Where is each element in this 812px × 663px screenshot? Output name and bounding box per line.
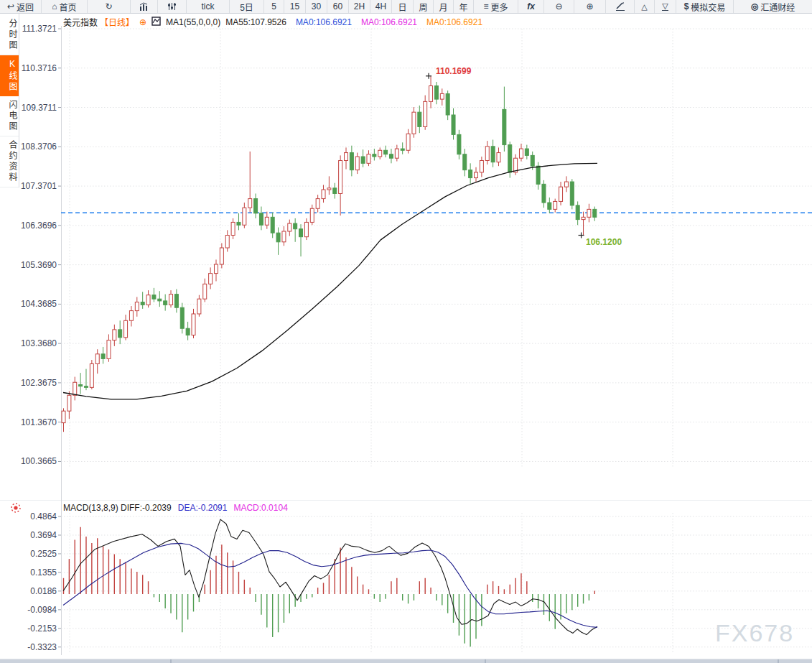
dollar-icon: $ — [684, 2, 689, 11]
macd-dea-value: DEA:-0.2091 — [178, 503, 228, 513]
menu-icon: ≡ — [483, 2, 488, 11]
scrollbar-divider — [170, 659, 172, 663]
trading-app: ↩返回 ⌂首页 ↻ tick 5日 5 15 30 60 2H 4H 日 周 月… — [0, 0, 812, 663]
sidebar-tab-lightning-chart[interactable]: 闪电图 — [0, 96, 19, 136]
svg-text:104.3685: 104.3685 — [21, 299, 57, 309]
period-tick-button[interactable]: tick — [187, 0, 230, 13]
ma55-line — [63, 163, 597, 399]
period-5min-button[interactable]: 5 — [264, 0, 284, 13]
bar-chart-icon — [139, 2, 149, 11]
period-60min-button[interactable]: 60 — [327, 0, 349, 13]
svg-text:-0.2153: -0.2153 — [27, 623, 57, 634]
zoom-in-icon: ⊕ — [586, 2, 593, 11]
period-15min-button[interactable]: 15 — [284, 0, 306, 13]
chart-style-button[interactable] — [131, 0, 158, 13]
draw-line-icon — [616, 2, 625, 11]
ma0-value-orange: MA0:106.6921 — [426, 17, 482, 27]
macd-value: MACD:0.0104 — [233, 503, 287, 513]
svg-text:101.3670: 101.3670 — [21, 417, 57, 427]
scrollbar-divider — [485, 659, 486, 663]
huitong-logo-icon: ◎ — [751, 2, 758, 11]
ma-setting-label: MA1(55,0,0,0) — [166, 17, 220, 27]
indicator-sliders-icon — [167, 2, 177, 11]
period-month-button[interactable]: 月 — [434, 0, 454, 13]
svg-text:102.3675: 102.3675 — [21, 378, 57, 388]
sidebar-tab-kline-chart[interactable]: K线图 — [0, 55, 19, 96]
svg-text:100.3665: 100.3665 — [21, 456, 57, 466]
svg-text:110.3716: 110.3716 — [22, 63, 57, 73]
high-price-annotation: 110.1699 — [436, 66, 471, 76]
horizontal-scrollbar[interactable] — [0, 659, 812, 663]
draw-line-button[interactable] — [606, 0, 635, 13]
chart-type-sidebar: 分时图 K线图 闪电图 合约资料 — [0, 14, 19, 187]
macd-diff-value: MACD(13,8,9) DIFF:-0.2039 — [63, 503, 172, 513]
triangle-down-tool-button[interactable]: ▽ — [655, 0, 676, 13]
svg-text:107.3701: 107.3701 — [21, 181, 57, 191]
candlesticks — [62, 76, 597, 432]
svg-text:0.4864: 0.4864 — [30, 511, 57, 521]
symbol-name: 美元指数 — [63, 16, 98, 28]
period-4h-button[interactable]: 4H — [370, 0, 392, 13]
add-indicator-icon[interactable]: ⊕ — [139, 17, 146, 27]
zoom-in-button[interactable]: ⊕ — [574, 0, 606, 13]
svg-text:0.0186: 0.0186 — [30, 586, 57, 596]
svg-text:0.1355: 0.1355 — [30, 567, 57, 578]
svg-text:105.3690: 105.3690 — [21, 260, 57, 270]
scrollbar-divider — [778, 659, 779, 663]
back-button[interactable]: ↩返回 — [0, 0, 42, 13]
back-icon: ↩ — [7, 2, 14, 11]
fx-icon: fx — [527, 1, 535, 11]
axis-labels: 111.3721110.3716109.3711108.3706107.3701… — [21, 24, 62, 655]
period-30min-button[interactable]: 30 — [306, 0, 327, 13]
svg-text:109.3711: 109.3711 — [22, 103, 57, 113]
low-price-annotation: 106.1200 — [586, 237, 622, 247]
svg-text:106.3696: 106.3696 — [21, 221, 57, 231]
svg-text:-0.0984: -0.0984 — [27, 605, 57, 615]
triangle-down-icon: ▽ — [662, 2, 668, 11]
demo-trading-button[interactable]: $模拟交易 — [676, 0, 734, 13]
ma55-value: MA55:107.9526 — [225, 17, 286, 27]
svg-text:111.3721: 111.3721 — [22, 24, 57, 34]
svg-text:103.3680: 103.3680 — [21, 338, 57, 348]
period-week-button[interactable]: 周 — [414, 0, 434, 13]
home-button[interactable]: ⌂首页 — [42, 0, 88, 13]
more-button[interactable]: ≡更多 — [474, 0, 518, 13]
period-year-button[interactable]: 年 — [454, 0, 474, 13]
huitong-finance-button[interactable]: ◎汇通财经 — [734, 0, 812, 13]
period-label: 【日线】 — [100, 16, 134, 28]
ma0-value-magenta: MA0:106.6921 — [361, 17, 417, 27]
toolbar: ↩返回 ⌂首页 ↻ tick 5日 5 15 30 60 2H 4H 日 周 月… — [0, 0, 812, 14]
ma0-value-blue: MA0:106.6921 — [296, 17, 352, 27]
period-5day-button[interactable]: 5日 — [230, 0, 264, 13]
svg-text:0.2525: 0.2525 — [30, 549, 57, 559]
zoom-out-button[interactable]: ⊖ — [544, 0, 574, 13]
triangle-up-icon: △ — [641, 3, 647, 11]
period-2h-button[interactable]: 2H — [349, 0, 370, 13]
svg-text:108.3706: 108.3706 — [21, 142, 57, 152]
svg-text:0.3694: 0.3694 — [30, 530, 57, 540]
home-icon: ⌂ — [52, 2, 57, 11]
refresh-button[interactable]: ↻ — [88, 0, 131, 13]
fx-indicator-button[interactable]: fx — [518, 0, 544, 13]
sidebar-tab-time-chart[interactable]: 分时图 — [0, 15, 19, 55]
macd-legend: MACD(13,8,9) DIFF:-0.2039 DEA:-0.2091 MA… — [63, 503, 288, 513]
refresh-icon: ↻ — [105, 2, 112, 11]
macd-plot — [63, 519, 597, 646]
zoom-out-icon: ⊖ — [555, 2, 562, 11]
triangle-up-tool-button[interactable]: △ — [635, 0, 655, 13]
indicator-settings-button[interactable] — [158, 0, 187, 13]
period-day-button[interactable]: 日 — [392, 0, 414, 13]
main-chart-legend: 美元指数 【日线】 ⊕ MA1(55,0,0,0) MA55:107.9526 … — [63, 16, 482, 28]
chart-canvas[interactable]: 111.3721110.3716109.3711108.3706107.3701… — [0, 0, 812, 659]
candle-chart-icon — [151, 17, 161, 28]
svg-text:-0.3323: -0.3323 — [27, 642, 57, 652]
sidebar-tab-contract-info[interactable]: 合约资料 — [0, 136, 19, 187]
macd-settings-sun-icon[interactable] — [10, 502, 22, 516]
